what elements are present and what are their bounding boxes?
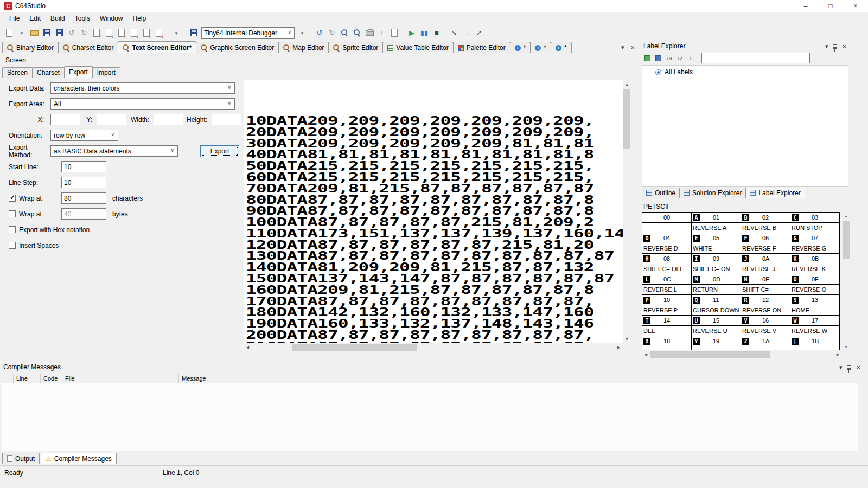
petscii-cell[interactable]: O 0F REVERSE O bbox=[790, 274, 840, 295]
petscii-cell[interactable]: E 05 WHITE bbox=[692, 233, 741, 254]
scroll-down-icon[interactable]: ▼ bbox=[623, 335, 631, 343]
document-tab[interactable]: Text Screen Editor* bbox=[118, 41, 196, 53]
menu-item[interactable]: Edit bbox=[24, 12, 46, 25]
redo-button[interactable]: ↻ bbox=[78, 27, 90, 40]
line-step-input[interactable] bbox=[61, 177, 106, 188]
document-tab[interactable]: Palette Editor bbox=[453, 42, 510, 53]
navigate-back-button[interactable]: ↺ bbox=[314, 27, 326, 40]
compiler-pin-icon[interactable] bbox=[847, 365, 851, 370]
export-area-select[interactable]: All bbox=[50, 98, 235, 110]
petscii-cell[interactable]: B 02 REVERSE B bbox=[741, 213, 790, 233]
menu-item[interactable]: Window bbox=[95, 12, 128, 25]
petscii-cell[interactable]: V 16 REVERSE V bbox=[741, 316, 790, 336]
step-over-button[interactable]: → bbox=[461, 27, 473, 40]
document-tab[interactable]: Map Editor bbox=[278, 42, 329, 53]
find-in-files-button[interactable] bbox=[351, 27, 363, 40]
wrap-bytes-input[interactable] bbox=[61, 208, 106, 220]
export-binary-button[interactable] bbox=[153, 27, 165, 40]
basic-output-textarea[interactable]: 10DATA209,209,209,209,209,209,209,20DATA… bbox=[244, 80, 631, 351]
menu-item[interactable]: Tools bbox=[70, 12, 95, 25]
pause-button[interactable]: ▮▮ bbox=[418, 27, 430, 40]
compiler-column-header[interactable] bbox=[2, 374, 14, 383]
maximize-button[interactable]: □ bbox=[818, 0, 843, 12]
sort-ascending-button[interactable]: ↓a bbox=[665, 54, 673, 62]
editor-subtab[interactable]: Charset bbox=[32, 67, 65, 78]
petscii-cell[interactable]: S 13 HOME bbox=[790, 295, 840, 316]
settings-button[interactable] bbox=[388, 27, 400, 40]
tabstrip-chevron-icon[interactable] bbox=[621, 44, 624, 51]
petscii-hscroll-thumb[interactable] bbox=[650, 351, 770, 358]
scroll-up-icon[interactable]: ▲ bbox=[623, 80, 631, 88]
bottom-tab[interactable]: Compiler Messages bbox=[41, 453, 117, 464]
explorer-tab[interactable]: Outline bbox=[642, 188, 680, 198]
compiler-column-header[interactable]: Code bbox=[41, 374, 62, 383]
document-tab[interactable]: Binary Editor bbox=[2, 42, 59, 53]
sort-order-button[interactable]: ↕ bbox=[686, 54, 695, 62]
add-label-button[interactable] bbox=[643, 54, 652, 62]
export-data-select[interactable]: characters, then colors bbox=[50, 82, 235, 94]
insert-spaces-checkbox[interactable] bbox=[9, 242, 16, 249]
compile-button[interactable] bbox=[103, 27, 115, 40]
petscii-cell[interactable]: H 08 SHIFT C= OFF bbox=[642, 254, 692, 274]
petscii-cell[interactable]: K 0B REVERSE K bbox=[790, 254, 840, 274]
save-all-button[interactable] bbox=[53, 27, 65, 40]
petscii-scroll-up-icon[interactable]: ▲ bbox=[842, 212, 850, 220]
step-out-button[interactable]: ↗ bbox=[473, 27, 485, 40]
document-tab[interactable]: Value Table Editor bbox=[382, 42, 453, 53]
minimize-button[interactable]: – bbox=[793, 0, 818, 12]
menu-item[interactable]: File bbox=[4, 12, 24, 25]
output-vertical-scrollbar[interactable]: ▲ ▼ bbox=[623, 80, 631, 343]
label-explorer-pin-icon[interactable] bbox=[833, 44, 837, 49]
menu-item[interactable]: Build bbox=[46, 12, 70, 25]
tabstrip-close-icon[interactable] bbox=[630, 43, 635, 52]
document-tab[interactable]: Graphic Screen Editor bbox=[196, 42, 279, 53]
petscii-scroll-left-icon[interactable]: ◀ bbox=[642, 351, 650, 358]
petscii-vertical-scrollbar[interactable]: ▲ ▼ bbox=[842, 212, 850, 351]
explorer-tab[interactable]: Solution Explorer bbox=[679, 188, 746, 198]
step-into-button[interactable]: ↘ bbox=[448, 27, 460, 40]
build-and-run-button[interactable] bbox=[128, 27, 140, 40]
find-button[interactable] bbox=[339, 27, 350, 40]
petscii-cell[interactable]: N 0E SHIFT C= bbox=[741, 274, 790, 295]
hex-notation-checkbox[interactable] bbox=[9, 226, 16, 233]
add-item-button[interactable]: + bbox=[376, 27, 388, 40]
stop-button[interactable]: ■ bbox=[431, 27, 443, 40]
petscii-cell[interactable]: G 07 REVERSE G bbox=[790, 233, 840, 254]
compiler-messages-list[interactable] bbox=[2, 383, 858, 451]
document-tab[interactable]: Sprite Editor bbox=[328, 42, 383, 53]
petscii-cell[interactable]: U 15 REVERSE U bbox=[692, 316, 741, 336]
export-button[interactable]: Export bbox=[200, 145, 239, 157]
petscii-cell[interactable]: A 01 REVERSE A bbox=[692, 213, 741, 233]
petscii-cell[interactable]: M 0D RETURN bbox=[692, 274, 741, 295]
new-file-button[interactable] bbox=[3, 27, 15, 40]
scroll-right-icon[interactable]: ▶ bbox=[615, 343, 623, 351]
sort-descending-button[interactable]: ↓z bbox=[675, 54, 684, 62]
navigate-forward-button[interactable]: ↻ bbox=[326, 27, 338, 40]
compiler-column-header[interactable]: Message bbox=[179, 374, 858, 383]
height-input[interactable] bbox=[212, 114, 241, 125]
petscii-vscroll-thumb[interactable] bbox=[843, 221, 850, 259]
petscii-scroll-right-icon[interactable]: ▶ bbox=[834, 351, 842, 358]
window-close-button[interactable]: × bbox=[843, 0, 868, 12]
orientation-select[interactable]: row by row bbox=[50, 130, 118, 141]
petscii-cell[interactable]: P 10 REVERSE P bbox=[642, 295, 692, 316]
petscii-cell[interactable]: R 12 REVERSE ON bbox=[741, 295, 790, 316]
petscii-cell[interactable]: L 0C REVERSE L bbox=[642, 274, 692, 295]
petscii-cell[interactable]: I 09 SHIFT C= ON bbox=[692, 254, 741, 274]
label-explorer-chevron-icon[interactable] bbox=[825, 43, 828, 50]
bottom-tab[interactable]: Output bbox=[2, 453, 40, 464]
petscii-horizontal-scrollbar[interactable]: ◀ ▶ bbox=[642, 351, 842, 358]
horizontal-scroll-thumb[interactable] bbox=[292, 344, 417, 351]
debugger-combo[interactable]: Tiny64 Internal Debugger bbox=[201, 27, 295, 39]
petscii-cell[interactable]: X 18 bbox=[642, 336, 692, 350]
petscii-cell[interactable]: J 0A REVERSE J bbox=[741, 254, 790, 274]
document-tab[interactable]: * bbox=[530, 42, 551, 53]
petscii-cell[interactable]: Q 11 CURSOR DOWN bbox=[692, 295, 741, 316]
document-tab[interactable]: * bbox=[551, 42, 572, 53]
document-tab[interactable]: * bbox=[510, 42, 531, 53]
save-button[interactable] bbox=[41, 27, 53, 40]
compiler-column-header[interactable]: File bbox=[62, 374, 179, 383]
width-input[interactable] bbox=[154, 114, 183, 125]
editor-subtab[interactable]: Export bbox=[64, 66, 93, 78]
petscii-cell[interactable]: Y 19 bbox=[692, 336, 741, 350]
